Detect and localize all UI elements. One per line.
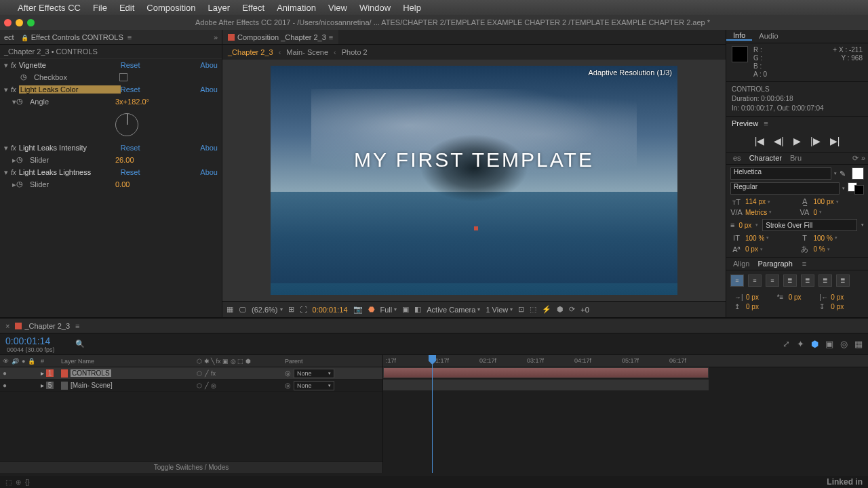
about-link[interactable]: Abou xyxy=(200,85,218,94)
stopwatch-icon[interactable]: ◷ xyxy=(16,180,26,189)
effect-light-leaks-intensity[interactable]: ▾ fx Light Leaks Intensity Reset Abou xyxy=(0,142,222,154)
close-button[interactable] xyxy=(4,19,12,26)
reset-link[interactable]: Reset xyxy=(121,144,140,152)
hscale-value[interactable]: 100 % xyxy=(814,235,865,242)
menu-view[interactable]: View xyxy=(328,3,347,13)
draft3d-icon[interactable]: ✦ xyxy=(797,339,804,349)
zoom-dropdown[interactable]: (62.6%) xyxy=(252,306,283,314)
effect-light-leaks-color[interactable]: ▾ fx Light Leaks Color Reset Abou xyxy=(0,83,222,96)
camera-dropdown[interactable]: Active Camera xyxy=(427,306,480,314)
tab-paragraph[interactable]: Paragraph xyxy=(753,260,796,268)
layer-row-controls[interactable]: ● ▸ 1 CONTROLS ⬡ ╱ fx ◎None xyxy=(0,367,382,380)
current-time[interactable]: 0:00:01:14 xyxy=(313,306,348,314)
refresh-icon[interactable]: ⟳ xyxy=(569,305,575,314)
justify-last-center-button[interactable]: ≣ xyxy=(801,274,814,287)
vscale-value[interactable]: 100 % xyxy=(745,235,796,242)
tracking-value[interactable]: 0 xyxy=(814,209,865,216)
panel-menu-icon[interactable]: ≡ xyxy=(802,260,806,268)
eye-toggle[interactable]: ● xyxy=(3,382,7,389)
fx-badge-icon[interactable]: fx xyxy=(11,62,16,69)
eyedropper-icon[interactable]: ✎ xyxy=(840,169,849,178)
timeline-tracks[interactable]: :17f 01:17f 02:17f 03:17f 04:17f 05:17f … xyxy=(383,355,868,473)
effect-light-leaks-lightness[interactable]: ▾ fx Light Leaks Lightness Reset Abou xyxy=(0,166,222,178)
twirl-icon[interactable]: ▸ xyxy=(41,382,44,389)
channel-icon[interactable]: ⬣ xyxy=(368,305,375,314)
parent-dropdown[interactable]: None xyxy=(294,369,334,378)
justify-all-button[interactable]: ≣ xyxy=(836,274,850,287)
space-before-value[interactable]: 0 px xyxy=(746,303,775,310)
reset-link[interactable]: Reset xyxy=(121,85,140,94)
menu-layer[interactable]: Layer xyxy=(208,3,231,13)
switch-collapse[interactable]: ◎ xyxy=(211,382,216,389)
frame-blend-icon[interactable]: ▣ xyxy=(825,339,833,349)
layer-row-main-scene[interactable]: ● ▸ 5 [Main- Scene] ⬡ ╱ ◎ ◎None xyxy=(0,380,382,392)
status-icon[interactable]: ⊕ xyxy=(16,479,21,486)
menu-effect[interactable]: Effect xyxy=(242,3,264,13)
playhead[interactable] xyxy=(432,355,433,473)
menu-window[interactable]: Window xyxy=(359,3,391,13)
first-frame-button[interactable]: |◀ xyxy=(755,136,765,146)
indent-left-value[interactable]: 0 px xyxy=(746,293,775,301)
refresh-icon[interactable]: ⟳ xyxy=(852,154,859,163)
checkbox-input[interactable] xyxy=(119,73,127,81)
menu-file[interactable]: File xyxy=(93,3,107,13)
fast-preview-icon[interactable]: ⚡ xyxy=(542,305,551,314)
tab-brushes[interactable]: Bru xyxy=(786,154,806,162)
exposure-value[interactable]: +0 xyxy=(580,306,589,314)
twirl-icon[interactable]: ▾ xyxy=(4,85,8,94)
prop-value[interactable]: 3x+182.0° xyxy=(115,98,149,106)
menu-edit[interactable]: Edit xyxy=(119,3,134,13)
resolution-icon[interactable]: ⊞ xyxy=(288,305,294,314)
panel-chevron-icon[interactable]: » xyxy=(214,33,218,41)
resolution-dropdown[interactable]: Full xyxy=(380,306,397,314)
justify-last-right-button[interactable]: ≣ xyxy=(818,274,832,287)
layer-handle[interactable] xyxy=(474,226,478,230)
panel-menu-icon[interactable]: ≡ xyxy=(127,33,132,41)
transparency-icon[interactable]: ▣ xyxy=(402,305,409,314)
search-icon[interactable]: 🔍 xyxy=(75,340,85,348)
prop-value[interactable]: 0.00 xyxy=(115,180,130,188)
chevron-right-icon[interactable]: » xyxy=(861,154,865,162)
menu-help[interactable]: Help xyxy=(403,3,421,13)
angle-dial[interactable] xyxy=(115,113,138,136)
stroke-fill-swap[interactable] xyxy=(848,182,864,195)
kerning-value[interactable]: Metrics xyxy=(745,209,796,216)
status-icon[interactable]: {} xyxy=(25,479,30,486)
composition-viewer[interactable]: MY FIRST TEMPLATE Adaptive Resolution (1… xyxy=(222,60,726,301)
indent-right-value[interactable]: 0 px xyxy=(831,293,860,301)
always-preview-icon[interactable]: ▦ xyxy=(226,305,233,314)
toggle-switches-modes[interactable]: Toggle Switches / Modes xyxy=(0,461,382,473)
mask-icon[interactable]: ◧ xyxy=(414,305,421,314)
switch-edit[interactable]: ╱ xyxy=(205,382,208,389)
fx-badge-icon[interactable]: fx xyxy=(11,169,16,176)
baseline-value[interactable]: 0 px xyxy=(745,245,796,253)
tab-es[interactable]: es xyxy=(729,154,745,162)
minimize-button[interactable] xyxy=(16,19,23,26)
tab-audio[interactable]: Audio xyxy=(752,32,785,40)
tab-align[interactable]: Align xyxy=(729,260,753,268)
time-ruler[interactable]: :17f 01:17f 02:17f 03:17f 04:17f 05:17f … xyxy=(383,355,868,367)
shy-icon[interactable]: ⬢ xyxy=(811,339,818,349)
fx-badge-icon[interactable]: fx xyxy=(11,86,16,94)
chevron-left-icon[interactable]: ‹ xyxy=(334,48,336,56)
switch-edit[interactable]: ╱ xyxy=(205,370,208,377)
close-icon[interactable]: × xyxy=(5,322,9,330)
justify-last-left-button[interactable]: ≣ xyxy=(783,274,797,287)
tab-info[interactable]: Info xyxy=(726,31,752,41)
fill-color-swatch[interactable] xyxy=(852,167,864,180)
reset-link[interactable]: Reset xyxy=(121,168,140,176)
views-dropdown[interactable]: 1 View xyxy=(486,306,513,314)
graph-editor-icon[interactable]: ▦ xyxy=(854,339,863,349)
pickwhip-icon[interactable]: ◎ xyxy=(285,382,291,389)
breadcrumb-item[interactable]: Main- Scene xyxy=(286,48,328,56)
guides-icon[interactable]: ⊡ xyxy=(518,305,524,314)
align-center-button[interactable]: ≡ xyxy=(748,274,762,287)
align-left-button[interactable]: ≡ xyxy=(730,274,744,287)
tsume-value[interactable]: 0 % xyxy=(814,245,865,253)
prev-frame-button[interactable]: ◀| xyxy=(774,136,784,146)
motion-blur-icon[interactable]: ◎ xyxy=(840,339,848,349)
stroke-order-dropdown[interactable]: Stroke Over Fill xyxy=(762,219,857,231)
menu-animation[interactable]: Animation xyxy=(277,3,316,13)
stopwatch-icon[interactable]: ◷ xyxy=(16,155,26,165)
reset-link[interactable]: Reset xyxy=(121,61,140,69)
